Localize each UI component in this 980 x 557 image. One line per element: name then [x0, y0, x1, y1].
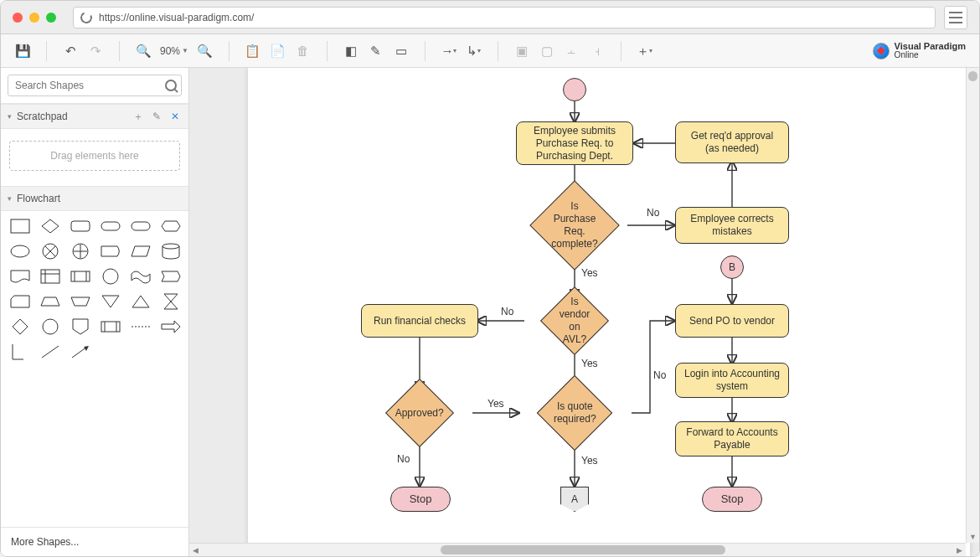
node-quote-q[interactable]: Is quote required?: [537, 375, 613, 451]
to-front-button[interactable]: ▣: [510, 39, 534, 63]
shape-tape[interactable]: [130, 268, 152, 285]
shape-triangledn[interactable]: [100, 293, 121, 310]
shape-trap1[interactable]: [100, 243, 121, 260]
node-stop-right[interactable]: Stop: [702, 487, 762, 512]
close-icon[interactable]: [13, 13, 23, 23]
shape-hourglass[interactable]: [160, 293, 182, 310]
shape-link[interactable]: [130, 318, 152, 335]
node-approved-q[interactable]: Approved?: [385, 379, 454, 447]
node-avl-q[interactable]: Is vendor on AVL?: [540, 286, 609, 355]
drawing-paper[interactable]: Employee submits Purchase Req. to Purcha…: [248, 68, 970, 556]
edge-label-approved-yes: Yes: [487, 398, 504, 410]
shape-arrow[interactable]: [160, 318, 182, 335]
node-start[interactable]: [563, 78, 586, 101]
flowchart-header[interactable]: ▾ Flowchart: [1, 186, 188, 211]
scratchpad-close-icon[interactable]: ✕: [168, 110, 182, 123]
canvas-area[interactable]: Employee submits Purchase Req. to Purcha…: [189, 68, 979, 556]
shape-trap3[interactable]: [70, 293, 91, 310]
shape-line-arrow[interactable]: [70, 343, 91, 360]
edge-label-quote-no: No: [653, 369, 666, 381]
zoom-out-button[interactable]: 🔍: [132, 39, 155, 63]
scratchpad-edit-icon[interactable]: ✎: [150, 110, 163, 123]
node-connector-b[interactable]: B: [720, 255, 744, 279]
shape-cylinder[interactable]: [160, 243, 182, 260]
connector-style-button[interactable]: →▾: [437, 39, 461, 63]
shape-rect[interactable]: [9, 218, 31, 235]
shape-offpage[interactable]: [70, 318, 91, 335]
zoom-level[interactable]: 90%▼: [157, 45, 192, 57]
horizontal-scrollbar[interactable]: ◀ ▶: [189, 543, 966, 556]
shape-stadium[interactable]: [130, 218, 152, 235]
align-button[interactable]: ⫠: [560, 39, 584, 63]
shape-card[interactable]: [9, 293, 31, 310]
undo-button[interactable]: ↶: [59, 39, 82, 63]
shape-flag[interactable]: [160, 268, 182, 285]
fill-color-button[interactable]: ◧: [339, 39, 363, 63]
shape-diamond2[interactable]: [9, 318, 31, 335]
shape-hex[interactable]: [160, 218, 182, 235]
zoom-in-button[interactable]: 🔍: [193, 39, 217, 63]
copy-button[interactable]: 📋: [241, 39, 265, 63]
redo-button[interactable]: ↷: [84, 39, 107, 63]
shape-circlex[interactable]: [39, 243, 61, 260]
scroll-down-icon[interactable]: ▼: [967, 533, 979, 541]
node-submit[interactable]: Employee submits Purchase Req. to Purcha…: [516, 121, 633, 165]
line-color-button[interactable]: ✎: [364, 39, 388, 63]
shape-trap2[interactable]: [39, 293, 61, 310]
maximize-icon[interactable]: [46, 13, 56, 23]
node-send-po[interactable]: Send PO to vendor: [675, 304, 789, 338]
to-back-button[interactable]: ▢: [535, 39, 559, 63]
search-input[interactable]: [8, 75, 182, 96]
shape-bracket[interactable]: [9, 343, 31, 360]
refresh-icon[interactable]: [79, 10, 94, 25]
edge-label-avl-yes: Yes: [581, 358, 598, 369]
delete-button[interactable]: 🗑: [291, 39, 315, 63]
shadow-button[interactable]: ▭: [389, 39, 413, 63]
shape-diamond[interactable]: [39, 218, 61, 235]
svg-marker-24: [162, 321, 180, 333]
shape-circleplus[interactable]: [70, 243, 91, 260]
vertical-scrollbar[interactable]: ▲ ▼: [966, 68, 979, 543]
brand-logo[interactable]: Visual Paradigm Online: [873, 42, 974, 59]
scroll-right-icon[interactable]: ▶: [957, 544, 962, 556]
hscroll-thumb[interactable]: [441, 545, 725, 554]
shape-internal[interactable]: [39, 268, 61, 285]
shape-rounded[interactable]: [70, 218, 91, 235]
shape-delay[interactable]: [100, 318, 121, 335]
svg-marker-5: [162, 221, 180, 231]
node-complete-q[interactable]: Is Purchase Req. complete?: [529, 180, 619, 270]
scratchpad-header[interactable]: ▾ Scratchpad ＋ ✎ ✕: [1, 104, 188, 129]
menu-icon[interactable]: [944, 6, 967, 29]
shape-doc[interactable]: [9, 268, 31, 285]
add-button[interactable]: ＋▾: [633, 39, 657, 63]
vscroll-thumb[interactable]: [968, 71, 977, 81]
scroll-left-icon[interactable]: ◀: [193, 544, 199, 556]
search-icon[interactable]: [165, 80, 177, 91]
waypoint-style-button[interactable]: ↳▾: [462, 39, 486, 63]
shape-predef[interactable]: [70, 268, 91, 285]
node-run-checks[interactable]: Run financial checks: [361, 304, 478, 338]
node-get-approval[interactable]: Get req'd approval (as needed): [675, 121, 789, 163]
scratchpad-dropzone[interactable]: Drag elements here: [9, 141, 180, 171]
shape-pill[interactable]: [100, 218, 121, 235]
shape-triangleup[interactable]: [130, 293, 152, 310]
more-shapes-link[interactable]: More Shapes...: [1, 527, 188, 556]
node-stop-left[interactable]: Stop: [390, 487, 451, 512]
node-correct-label: Employee corrects mistakes: [683, 213, 781, 238]
shape-ellipse[interactable]: [9, 243, 31, 260]
node-login-acct[interactable]: Login into Accounting system: [675, 363, 789, 398]
edge-label-complete-yes: Yes: [581, 267, 598, 279]
shape-circle3[interactable]: [39, 318, 61, 335]
shape-line[interactable]: [39, 343, 61, 360]
save-button[interactable]: 💾: [11, 39, 34, 63]
scratchpad-add-icon[interactable]: ＋: [132, 110, 145, 123]
node-offpage-a[interactable]: A: [560, 487, 589, 512]
minimize-icon[interactable]: [29, 13, 39, 23]
node-correct[interactable]: Employee corrects mistakes: [675, 207, 789, 244]
shape-parallelogram[interactable]: [130, 243, 152, 260]
node-forward-ap[interactable]: Forward to Accounts Payable: [675, 421, 789, 456]
shape-circle2[interactable]: [100, 268, 121, 285]
distribute-button[interactable]: ⫞: [585, 39, 609, 63]
paste-button[interactable]: 📄: [266, 39, 290, 63]
address-bar[interactable]: https://online.visual-paradigm.com/: [73, 7, 936, 28]
